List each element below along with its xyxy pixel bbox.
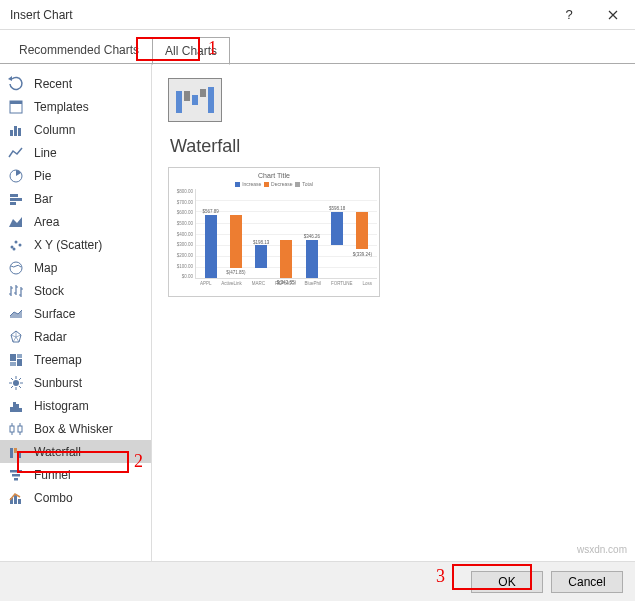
treemap-icon [8, 352, 24, 368]
sidebar-item-label: Histogram [34, 399, 89, 413]
sidebar-item-label: Treemap [34, 353, 82, 367]
sidebar-item-histogram[interactable]: Histogram [0, 394, 151, 417]
sidebar-item-radar[interactable]: Radar [0, 325, 151, 348]
sidebar-item-scatter[interactable]: X Y (Scatter) [0, 233, 151, 256]
surface-icon [8, 306, 24, 322]
titlebar: Insert Chart ? [0, 0, 635, 30]
svg-rect-7 [10, 198, 22, 201]
svg-point-13 [10, 262, 22, 274]
sidebar-item-label: Pie [34, 169, 51, 183]
sidebar-item-label: X Y (Scatter) [34, 238, 102, 252]
area-icon [8, 214, 24, 230]
svg-rect-34 [176, 91, 182, 113]
svg-rect-17 [10, 362, 16, 366]
combo-icon [8, 490, 24, 506]
annotation-box-2 [17, 451, 129, 473]
sidebar-item-bar[interactable]: Bar [0, 187, 151, 210]
templates-icon [8, 99, 24, 115]
sidebar-item-treemap[interactable]: Treemap [0, 348, 151, 371]
chart-subtype-waterfall[interactable] [168, 78, 222, 122]
radar-icon [8, 329, 24, 345]
sidebar-item-label: Radar [34, 330, 67, 344]
svg-rect-21 [16, 404, 19, 412]
svg-rect-29 [12, 474, 20, 477]
sidebar-item-label: Recent [34, 77, 72, 91]
sidebar-item-area[interactable]: Area [0, 210, 151, 233]
sidebar-item-recent[interactable]: Recent [0, 72, 151, 95]
sidebar-item-surface[interactable]: Surface [0, 302, 151, 325]
svg-point-12 [13, 247, 16, 250]
svg-rect-15 [17, 354, 22, 358]
sidebar-item-combo[interactable]: Combo [0, 486, 151, 509]
sidebar-item-column[interactable]: Column [0, 118, 151, 141]
dialog-title: Insert Chart [10, 8, 547, 22]
sidebar-item-label: Sunburst [34, 376, 82, 390]
waterfall-subtype-icon [175, 85, 215, 115]
column-icon [8, 122, 24, 138]
map-icon [8, 260, 24, 276]
svg-rect-20 [13, 402, 16, 412]
svg-rect-36 [192, 95, 198, 105]
sidebar-item-label: Combo [34, 491, 73, 505]
svg-rect-4 [18, 128, 21, 136]
recent-icon [8, 76, 24, 92]
sidebar-item-pie[interactable]: Pie [0, 164, 151, 187]
bar-icon [8, 191, 24, 207]
svg-rect-23 [10, 426, 14, 432]
line-icon [8, 145, 24, 161]
svg-rect-32 [14, 495, 17, 504]
help-button[interactable]: ? [547, 0, 591, 30]
sidebar-item-label: Surface [34, 307, 75, 321]
svg-point-10 [15, 240, 18, 243]
sunburst-icon [8, 375, 24, 391]
svg-rect-37 [200, 89, 206, 97]
annotation-number-1: 1 [208, 38, 217, 59]
sidebar-item-label: Map [34, 261, 57, 275]
preview-plot: $567.89$(471.85)$198.13$(342.85)$346.26$… [195, 189, 377, 279]
main-pane: Waterfall Chart Title Increase Decrease … [152, 64, 635, 564]
stock-icon [8, 283, 24, 299]
svg-rect-8 [10, 202, 16, 205]
sidebar-item-templates[interactable]: Templates [0, 95, 151, 118]
close-button[interactable] [591, 0, 635, 30]
svg-rect-35 [184, 91, 190, 101]
histogram-icon [8, 398, 24, 414]
svg-point-18 [13, 380, 19, 386]
sidebar-item-box-whisker[interactable]: Box & Whisker [0, 417, 151, 440]
chart-type-sidebar: Recent Templates Column Line Pie Bar Are… [0, 64, 152, 564]
tab-strip: Recommended Charts All Charts [0, 30, 635, 64]
annotation-box-1 [136, 37, 200, 61]
pie-icon [8, 168, 24, 184]
dialog-footer: OK Cancel [0, 561, 635, 601]
sidebar-item-stock[interactable]: Stock [0, 279, 151, 302]
preview-title: Chart Title [171, 172, 377, 179]
annotation-box-3 [452, 564, 532, 590]
svg-rect-33 [18, 499, 21, 504]
cancel-button[interactable]: Cancel [551, 571, 623, 593]
svg-rect-14 [10, 354, 16, 361]
sidebar-item-label: Stock [34, 284, 64, 298]
svg-rect-6 [10, 194, 18, 197]
sidebar-item-sunburst[interactable]: Sunburst [0, 371, 151, 394]
svg-rect-16 [17, 359, 22, 366]
svg-rect-3 [14, 126, 17, 136]
svg-rect-30 [14, 478, 18, 481]
sidebar-item-label: Box & Whisker [34, 422, 113, 436]
sidebar-item-label: Area [34, 215, 59, 229]
sidebar-item-line[interactable]: Line [0, 141, 151, 164]
sidebar-item-label: Bar [34, 192, 53, 206]
sidebar-item-map[interactable]: Map [0, 256, 151, 279]
sidebar-item-label: Line [34, 146, 57, 160]
watermark: wsxdn.com [577, 544, 627, 555]
close-icon [608, 10, 618, 20]
sidebar-item-label: Column [34, 123, 75, 137]
annotation-number-3: 3 [436, 566, 445, 587]
box-whisker-icon [8, 421, 24, 437]
chart-subtype-name: Waterfall [170, 136, 619, 157]
preview-legend: Increase Decrease Total [171, 181, 377, 187]
tab-recommended-charts[interactable]: Recommended Charts [6, 36, 152, 64]
svg-rect-2 [10, 130, 13, 136]
chart-preview[interactable]: Chart Title Increase Decrease Total $800… [168, 167, 380, 297]
svg-rect-19 [10, 407, 13, 412]
svg-rect-38 [208, 87, 214, 113]
